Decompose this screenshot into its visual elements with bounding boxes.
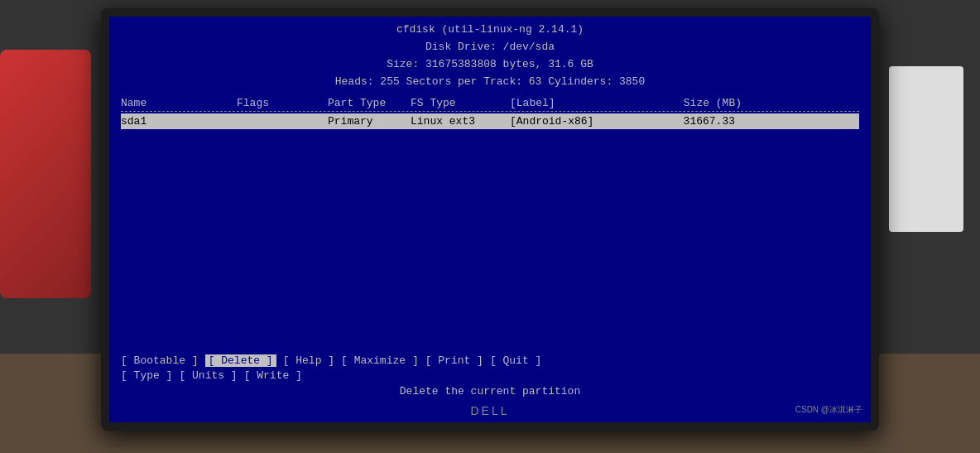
watermark: CSDN @冰淇淋子 xyxy=(795,404,862,416)
fire-extinguisher xyxy=(0,50,91,298)
col-header-parttype: Part Type xyxy=(328,97,411,109)
monitor: cfdisk (util-linux-ng 2.14.1) Disk Drive… xyxy=(101,8,879,439)
menu-quit[interactable]: [ Quit ] xyxy=(490,354,541,367)
col-header-label: [Label] xyxy=(510,97,642,109)
row-name: sda1 xyxy=(121,115,237,128)
table-row[interactable]: sda1 Primary Linux ext3 [Android-x86] 31… xyxy=(121,113,859,129)
menu-row-2: [ Type ] [ Units ] [ Write ] xyxy=(121,369,859,382)
row-flags xyxy=(237,115,328,128)
menu-delete[interactable]: [ Delete ] xyxy=(205,354,276,367)
terminal: cfdisk (util-linux-ng 2.14.1) Disk Drive… xyxy=(109,17,871,422)
status-text: Delete the current partition xyxy=(400,385,580,398)
col-header-flags: Flags xyxy=(237,97,328,109)
disk-info: Disk Drive: /dev/sda Size: 31675383808 b… xyxy=(121,39,859,90)
disk-geometry: Heads: 255 Sectors per Track: 63 Cylinde… xyxy=(121,74,859,91)
menu-help[interactable]: [ Help ] xyxy=(283,354,334,367)
monitor-bezel: cfdisk (util-linux-ng 2.14.1) Disk Drive… xyxy=(101,8,879,431)
row-label: [Android-x86] xyxy=(510,115,642,128)
right-object xyxy=(889,66,963,232)
row-size: 31667.33 xyxy=(642,115,742,128)
app-title-text: cfdisk (util-linux-ng 2.14.1) xyxy=(396,23,584,36)
table-header: Name Flags Part Type FS Type [Label] Siz… xyxy=(121,95,859,112)
row-parttype: Primary xyxy=(328,115,411,128)
menu-maximize[interactable]: [ Maximize ] xyxy=(341,354,419,367)
dell-label: DELL xyxy=(470,404,509,417)
menu-write[interactable]: [ Write ] xyxy=(244,369,302,382)
menu-print[interactable]: [ Print ] xyxy=(425,354,483,367)
menu-type[interactable]: [ Type ] xyxy=(121,369,172,382)
bottom-bar: [ Bootable ] [ Delete ] [ Help ] [ Maxim… xyxy=(109,354,871,398)
disk-size: Size: 31675383808 bytes, 31.6 GB xyxy=(121,56,859,74)
row-fstype: Linux ext3 xyxy=(411,115,510,128)
status-line: Delete the current partition xyxy=(121,385,859,398)
scene: cfdisk (util-linux-ng 2.14.1) Disk Drive… xyxy=(0,0,980,453)
menu-row-1: [ Bootable ] [ Delete ] [ Help ] [ Maxim… xyxy=(121,354,859,367)
col-header-fstype: FS Type xyxy=(411,97,510,109)
menu-units[interactable]: [ Units ] xyxy=(179,369,237,382)
screen: cfdisk (util-linux-ng 2.14.1) Disk Drive… xyxy=(109,17,871,422)
col-header-name: Name xyxy=(121,97,237,109)
menu-bootable[interactable]: [ Bootable ] xyxy=(121,354,199,367)
app-title: cfdisk (util-linux-ng 2.14.1) xyxy=(121,23,859,36)
disk-drive: Disk Drive: /dev/sda xyxy=(121,39,859,56)
col-header-size: Size (MB) xyxy=(642,97,742,109)
